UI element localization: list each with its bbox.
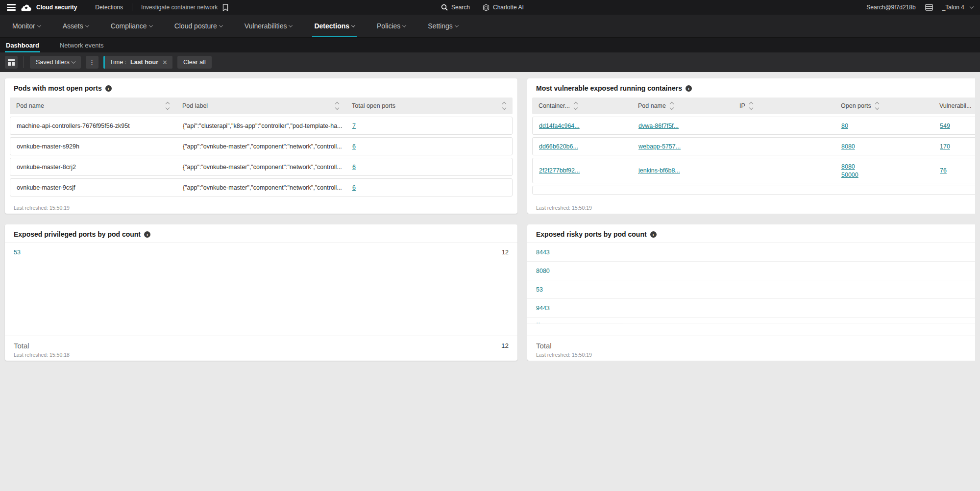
hamburger-menu-icon[interactable] [7, 4, 16, 11]
port-link[interactable]: 8443 [536, 249, 550, 256]
main-navigation: Monitor Assets Compliance Cloud posture … [0, 15, 980, 38]
divider [132, 3, 132, 11]
pod-name-cell: ovnkube-master-9csjf [10, 184, 176, 191]
chevron-down-icon [455, 23, 459, 27]
tenant-label: _Talon 4 [942, 4, 964, 11]
tenant-selector[interactable]: _Talon 4 [942, 4, 973, 11]
column-pod-name: Pod name [638, 102, 666, 109]
nav-tab-detections[interactable]: Detections [314, 15, 355, 37]
nav-tab-assets[interactable]: Assets [63, 15, 89, 37]
last-refreshed-text: Last refreshed: 15:50:19 [536, 352, 592, 358]
pod-label-cell: {"api":"clusterapi","k8s-app":"controlle… [176, 123, 346, 129]
nav-tab-compliance[interactable]: Compliance [111, 15, 152, 37]
kebab-menu-icon[interactable]: ⋮ [86, 56, 98, 69]
port-count-row-partial: ‥ [527, 318, 975, 324]
column-open-ports: Open ports [841, 102, 871, 109]
vulnerabilities-link[interactable]: 549 [940, 123, 950, 129]
breadcrumb-section[interactable]: Detections [95, 4, 123, 11]
port-link[interactable]: 53 [536, 286, 543, 293]
global-search[interactable]: Search [441, 4, 470, 11]
divider [86, 3, 86, 11]
chevron-down-icon [402, 23, 406, 27]
nav-tab-policies[interactable]: Policies [377, 15, 406, 37]
open-port-link[interactable]: 80 [841, 123, 848, 129]
pod-name-link[interactable]: jenkins-bf6b8... [638, 167, 680, 174]
close-icon[interactable]: ✕ [162, 59, 168, 66]
last-refreshed-text: Last refreshed: 15:50:18 [14, 352, 70, 358]
dashboard-content: Pods with most open ports i Pod name Pod… [0, 72, 980, 361]
table-header: Container... Pod name IP Open ports Vuln… [532, 98, 975, 114]
sort-icon[interactable] [166, 102, 169, 109]
container-link[interactable]: dd66b620b6... [539, 143, 578, 150]
last-refreshed-text: Last refreshed: 15:50:19 [536, 205, 592, 211]
pod-name-link[interactable]: webapp-5757... [638, 143, 681, 150]
port-link[interactable]: 8080 [536, 268, 550, 274]
sort-icon[interactable] [670, 102, 673, 109]
info-icon[interactable]: i [686, 85, 692, 92]
chevron-down-icon [148, 23, 152, 27]
tab-dashboard[interactable]: Dashboard [5, 38, 40, 52]
chevron-down-icon [219, 23, 223, 27]
clear-all-button[interactable]: Clear all [177, 56, 212, 69]
panel-title: Exposed privileged ports by pod count i [5, 224, 517, 243]
charlotte-ai-button[interactable]: Charlotte AI [483, 4, 524, 11]
app-title: Cloud security [36, 4, 77, 11]
tab-network-events[interactable]: Network events [59, 38, 105, 52]
vulnerabilities-link[interactable]: 76 [940, 167, 947, 174]
column-pod-label: Pod label [182, 102, 208, 109]
cloud-security-logo-icon [21, 4, 31, 11]
port-link[interactable]: 9443 [536, 305, 550, 312]
open-port-link[interactable]: 8080 [841, 163, 933, 170]
container-link[interactable]: 2f2f277bbf92... [539, 167, 580, 174]
filter-bar: Saved filters ⋮ Time : Last hour ✕ Clear… [0, 52, 980, 72]
saved-filters-button[interactable]: Saved filters [30, 56, 81, 69]
sort-icon[interactable] [876, 102, 879, 109]
info-icon[interactable]: i [650, 231, 657, 238]
panel-title: Exposed risky ports by pod count i [527, 224, 975, 243]
filter-field-label: Time : [110, 59, 126, 66]
dashboard-layout-icon[interactable] [5, 56, 18, 69]
port-count-row: 53 12 [5, 243, 517, 262]
open-ports-link[interactable]: 6 [352, 184, 356, 191]
vulnerabilities-link[interactable]: 170 [940, 143, 950, 150]
charlotte-ai-icon [483, 4, 490, 11]
port-link[interactable]: 53 [14, 249, 21, 256]
search-label: Search [451, 4, 470, 11]
open-port-link[interactable]: 8080 [841, 143, 855, 150]
app-launcher-icon[interactable] [923, 1, 935, 14]
column-ip: IP [739, 102, 745, 109]
sub-tabs: Dashboard Network events [0, 38, 980, 52]
user-search-context[interactable]: Search@9f7d218b [866, 4, 915, 11]
breadcrumb-page: Investigate container network [141, 4, 218, 11]
info-icon[interactable]: i [144, 231, 150, 238]
pod-name-cell: machine-api-controllers-7676f95f56-zk95t [10, 123, 176, 129]
sort-icon[interactable] [574, 102, 577, 109]
sort-icon[interactable] [503, 102, 506, 109]
top-app-bar: Cloud security Detections Investigate co… [0, 0, 980, 15]
info-icon[interactable]: i [105, 85, 112, 92]
open-port-link[interactable]: 50000 [841, 172, 933, 178]
chevron-down-icon [970, 4, 974, 8]
bookmark-icon[interactable] [222, 4, 228, 11]
container-link[interactable]: dd14fa4c964... [539, 123, 580, 129]
pod-count-value: 12 [502, 249, 509, 256]
nav-tab-vulnerabilities[interactable]: Vulnerabilities [245, 15, 293, 37]
table-row: ovnkube-master-s929h {"app":"ovnkube-mas… [10, 137, 513, 155]
pod-name-link[interactable]: dvwa-86f7f5f... [638, 123, 679, 129]
nav-tab-settings[interactable]: Settings [428, 15, 458, 37]
chevron-down-icon [72, 59, 75, 63]
total-row: Total [527, 336, 975, 361]
open-ports-link[interactable]: 6 [352, 143, 356, 150]
panel-title-text: Pods with most open ports [14, 84, 102, 92]
total-value: 12 [501, 342, 509, 349]
nav-tab-cloud-posture[interactable]: Cloud posture [174, 15, 222, 37]
open-ports-link[interactable]: 6 [352, 164, 356, 171]
table-row: ovnkube-master-8crj2 {"app":"ovnkube-mas… [10, 158, 513, 176]
time-filter-chip[interactable]: Time : Last hour ✕ [103, 56, 172, 69]
sort-icon[interactable] [750, 102, 753, 109]
charlotte-ai-label: Charlotte AI [493, 4, 524, 11]
panel-most-vulnerable-containers: Most vulnerable exposed running containe… [527, 78, 975, 214]
nav-tab-monitor[interactable]: Monitor [12, 15, 41, 37]
sort-icon[interactable] [336, 102, 339, 109]
open-ports-link[interactable]: 7 [352, 123, 356, 129]
